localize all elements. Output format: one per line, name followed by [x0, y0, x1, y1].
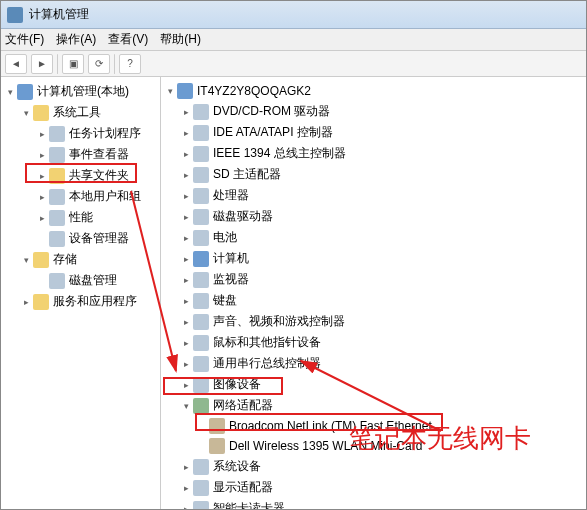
chevron-right-icon[interactable]: ▸ — [37, 129, 47, 139]
dev-dvd[interactable]: ▸DVD/CD-ROM 驱动器 — [161, 101, 586, 122]
tree-label: 系统工具 — [53, 104, 101, 121]
chevron-right-icon[interactable]: ▸ — [181, 338, 191, 348]
dev-ide[interactable]: ▸IDE ATA/ATAPI 控制器 — [161, 122, 586, 143]
chevron-right-icon[interactable]: ▸ — [181, 462, 191, 472]
dev-net-dell[interactable]: Dell Wireless 1395 WLAN Mini-Card — [161, 436, 586, 456]
tree-root[interactable]: ▾计算机管理(本地) — [1, 81, 160, 102]
tree-system-tools[interactable]: ▾系统工具 — [1, 102, 160, 123]
menu-help[interactable]: 帮助(H) — [160, 31, 201, 48]
sound-icon — [193, 314, 209, 330]
chevron-right-icon[interactable]: ▸ — [181, 233, 191, 243]
toolbar-up[interactable]: ▣ — [62, 54, 84, 74]
tree-label: Broadcom NetLink (TM) Fast Ethernet — [229, 419, 432, 433]
tree-task-scheduler[interactable]: ▸任务计划程序 — [1, 123, 160, 144]
menu-action[interactable]: 操作(A) — [56, 31, 96, 48]
chevron-right-icon[interactable]: ▸ — [181, 149, 191, 159]
tree-storage[interactable]: ▾存储 — [1, 249, 160, 270]
chevron-right-icon[interactable]: ▸ — [181, 504, 191, 510]
chevron-right-icon[interactable]: ▸ — [181, 317, 191, 327]
dev-cpu[interactable]: ▸处理器 — [161, 185, 586, 206]
chevron-right-icon[interactable]: ▸ — [37, 213, 47, 223]
wifi-icon — [209, 438, 225, 454]
toolbar-help[interactable]: ? — [119, 54, 141, 74]
tree-device-manager[interactable]: 设备管理器 — [1, 228, 160, 249]
tree-event-viewer[interactable]: ▸事件查看器 — [1, 144, 160, 165]
chevron-right-icon[interactable]: ▸ — [181, 380, 191, 390]
event-icon — [49, 147, 65, 163]
dev-monitor[interactable]: ▸监视器 — [161, 269, 586, 290]
right-pane[interactable]: ▾IT4YZ2Y8QOQAGK2 ▸DVD/CD-ROM 驱动器 ▸IDE AT… — [161, 77, 586, 509]
chevron-down-icon[interactable]: ▾ — [181, 401, 191, 411]
dev-ieee1394[interactable]: ▸IEEE 1394 总线主控制器 — [161, 143, 586, 164]
chevron-right-icon[interactable]: ▸ — [21, 297, 31, 307]
tree-label: 显示适配器 — [213, 479, 273, 496]
dev-mouse[interactable]: ▸鼠标和其他指针设备 — [161, 332, 586, 353]
chevron-right-icon[interactable]: ▸ — [181, 254, 191, 264]
ide-icon — [193, 125, 209, 141]
dev-system[interactable]: ▸系统设备 — [161, 456, 586, 477]
menu-file[interactable]: 文件(F) — [5, 31, 44, 48]
tree-label: 智能卡读卡器 — [213, 500, 285, 509]
tree-label: 电池 — [213, 229, 237, 246]
tree-local-users[interactable]: ▸本地用户和组 — [1, 186, 160, 207]
perf-icon — [49, 210, 65, 226]
cpu-icon — [193, 188, 209, 204]
tree-label: 设备管理器 — [69, 230, 129, 247]
chevron-down-icon[interactable]: ▾ — [21, 108, 31, 118]
tree-performance[interactable]: ▸性能 — [1, 207, 160, 228]
dev-imaging[interactable]: ▸图像设备 — [161, 374, 586, 395]
share-icon — [49, 168, 65, 184]
tree-services-apps[interactable]: ▸服务和应用程序 — [1, 291, 160, 312]
dev-network[interactable]: ▾网络适配器 — [161, 395, 586, 416]
toolbar-back[interactable]: ◄ — [5, 54, 27, 74]
left-pane[interactable]: ▾计算机管理(本地) ▾系统工具 ▸任务计划程序 ▸事件查看器 ▸共享文件夹 ▸… — [1, 77, 161, 509]
dev-computer[interactable]: ▾IT4YZ2Y8QOQAGK2 — [161, 81, 586, 101]
chevron-right-icon[interactable]: ▸ — [37, 150, 47, 160]
toolbar-refresh[interactable]: ⟳ — [88, 54, 110, 74]
tree-label: 性能 — [69, 209, 93, 226]
menu-view[interactable]: 查看(V) — [108, 31, 148, 48]
chevron-right-icon[interactable]: ▸ — [37, 171, 47, 181]
dev-sd[interactable]: ▸SD 主适配器 — [161, 164, 586, 185]
dev-usb[interactable]: ▸通用串行总线控制器 — [161, 353, 586, 374]
tree-label: 服务和应用程序 — [53, 293, 137, 310]
titlebar[interactable]: 计算机管理 — [1, 1, 586, 29]
chevron-right-icon[interactable]: ▸ — [181, 191, 191, 201]
tree-label: IEEE 1394 总线主控制器 — [213, 145, 346, 162]
chevron-right-icon[interactable]: ▸ — [181, 483, 191, 493]
chevron-down-icon[interactable]: ▾ — [165, 86, 175, 96]
tree-label: 系统设备 — [213, 458, 261, 475]
dev-battery[interactable]: ▸电池 — [161, 227, 586, 248]
tree-label: DVD/CD-ROM 驱动器 — [213, 103, 330, 120]
dev-computer-cat[interactable]: ▸计算机 — [161, 248, 586, 269]
tree-shared-folders[interactable]: ▸共享文件夹 — [1, 165, 160, 186]
chevron-right-icon[interactable]: ▸ — [181, 128, 191, 138]
dvd-icon — [193, 104, 209, 120]
chevron-down-icon[interactable]: ▾ — [21, 255, 31, 265]
chevron-right-icon[interactable]: ▸ — [181, 212, 191, 222]
smartcard-icon — [193, 501, 209, 510]
chevron-right-icon[interactable]: ▸ — [181, 296, 191, 306]
chevron-down-icon[interactable]: ▾ — [5, 87, 15, 97]
tree-label: 计算机管理(本地) — [37, 83, 129, 100]
disk-icon — [49, 273, 65, 289]
dev-smartcard[interactable]: ▸智能卡读卡器 — [161, 498, 586, 509]
chevron-right-icon[interactable]: ▸ — [181, 170, 191, 180]
toolbar-forward[interactable]: ► — [31, 54, 53, 74]
chevron-right-icon[interactable]: ▸ — [181, 107, 191, 117]
chevron-right-icon[interactable]: ▸ — [181, 359, 191, 369]
services-icon — [33, 294, 49, 310]
dev-keyboard[interactable]: ▸键盘 — [161, 290, 586, 311]
dev-net-broadcom[interactable]: Broadcom NetLink (TM) Fast Ethernet — [161, 416, 586, 436]
dev-sound[interactable]: ▸声音、视频和游戏控制器 — [161, 311, 586, 332]
usb-icon — [193, 356, 209, 372]
chevron-right-icon[interactable]: ▸ — [37, 192, 47, 202]
dev-disk[interactable]: ▸磁盘驱动器 — [161, 206, 586, 227]
keyboard-icon — [193, 293, 209, 309]
tree-label: Dell Wireless 1395 WLAN Mini-Card — [229, 439, 422, 453]
tree-disk-mgmt[interactable]: 磁盘管理 — [1, 270, 160, 291]
chevron-right-icon[interactable]: ▸ — [181, 275, 191, 285]
tree-label: 存储 — [53, 251, 77, 268]
display-icon — [193, 480, 209, 496]
dev-display[interactable]: ▸显示适配器 — [161, 477, 586, 498]
